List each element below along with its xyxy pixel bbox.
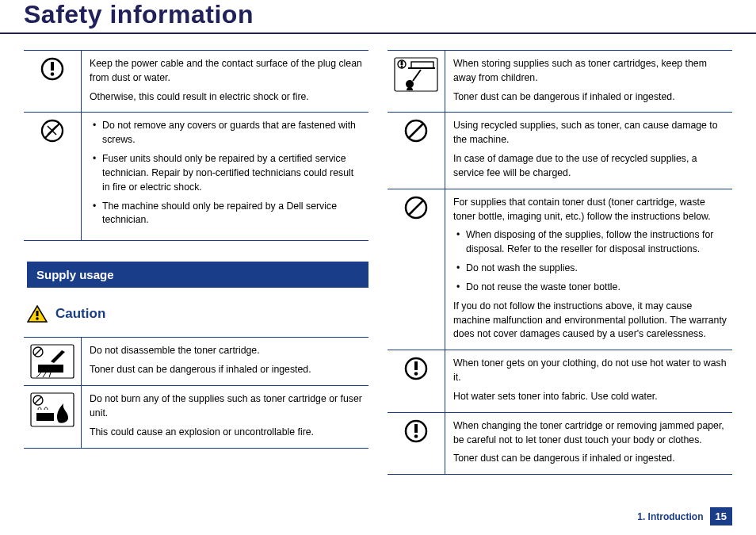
footer-page-number: 15 [710,507,732,525]
svg-rect-13 [38,365,63,373]
prohibit-icon [404,119,428,143]
body-text: When storing supplies such as toner cart… [453,57,727,86]
disassemble-toner-icon [30,344,74,379]
svg-line-16 [35,397,41,403]
prohibit-icon [404,196,428,220]
exclamation-icon [404,357,428,380]
safety-row-disassemble-toner: Do not disassemble the toner cartridge. … [24,337,368,385]
body-text: When toner gets on your clothing, do not… [453,357,727,385]
bullet-item: When disposing of the supplies, follow t… [453,228,727,257]
body-text: Do not disassemble the toner cartridge. [90,344,364,358]
page-header: Safety information [0,0,756,34]
page-title: Safety information [24,0,732,29]
body-text: For supplies that contain toner dust (to… [453,196,727,224]
bullet-item: Do not wash the supplies. [453,262,727,276]
caution-label: Caution [55,306,105,322]
safety-row-recycled-supplies: Using recycled supplies, such as toner, … [388,112,732,188]
left-column: Keep the power cable and the contact sur… [24,50,368,475]
body-text: If you do not follow the instructions ab… [453,300,727,342]
body-text: In case of damage due to the use of recy… [453,152,727,181]
right-column: When storing supplies such as toner cart… [388,50,732,475]
safety-row-power-cable: Keep the power cable and the contact sur… [24,50,368,112]
svg-rect-14 [31,393,74,426]
body-text: Toner dust can be dangerous if inhaled o… [453,90,727,105]
keep-from-children-icon [394,57,438,92]
bullet-item: The machine should only be repaired by a… [90,200,364,228]
safety-row-change-toner: When changing the toner cartridge or rem… [388,412,732,475]
svg-line-12 [35,349,41,355]
safety-row-toner-dust-supplies: For supplies that contain toner dust (to… [388,189,732,350]
body-text: Hot water sets toner into fabric. Use co… [453,390,727,404]
body-text: When changing the toner cartridge or rem… [453,419,727,448]
body-text: Do not burn any of the supplies such as … [90,392,364,421]
body-text: This could cause an explosion or uncontr… [90,426,364,440]
body-text: Using recycled supplies, such as toner, … [453,119,727,147]
exclamation-icon [404,419,428,443]
body-text: Otherwise, this could result in electric… [90,90,364,105]
body-text: Toner dust can be dangerous if inhaled o… [90,363,364,377]
burn-supplies-icon [30,392,74,427]
section-heading-supply-usage: Supply usage [27,262,368,288]
svg-rect-17 [36,413,54,421]
body-text: Keep the power cable and the contact sur… [90,57,364,86]
safety-row-burn-supplies: Do not burn any of the supplies such as … [24,385,368,448]
bullet-item: Do not reuse the waste toner bottle. [453,281,727,295]
svg-rect-22 [411,62,433,68]
footer-chapter: 1. Introduction [637,511,703,522]
safety-row-clothing-toner: When toner gets on your clothing, do not… [388,350,732,411]
svg-rect-20 [401,61,403,65]
no-tools-icon [40,119,64,143]
safety-row-service: Do not remove any covers or guards that … [24,112,368,241]
safety-row-store-children: When storing supplies such as toner cart… [388,50,732,112]
warning-triangle-icon [27,305,48,323]
bullet-item: Fuser units should only be repaired by a… [90,152,364,194]
page-footer: 1. Introduction 15 [637,507,732,525]
caution-heading: Caution [27,305,368,323]
bullet-item: Do not remove any covers or guards that … [90,119,364,147]
svg-point-21 [401,66,403,68]
content-columns: Keep the power cable and the contact sur… [0,34,756,475]
exclamation-icon [40,57,64,81]
body-text: Toner dust can be dangerous if inhaled o… [453,452,727,466]
